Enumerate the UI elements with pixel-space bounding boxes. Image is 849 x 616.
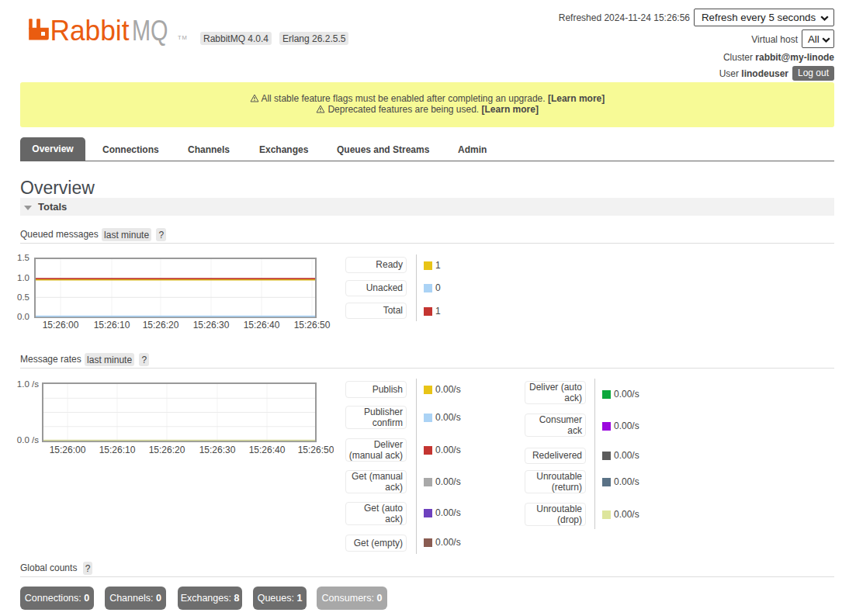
svg-text:15:26:10: 15:26:10	[99, 445, 136, 455]
svg-text:0.0 /s: 0.0 /s	[17, 435, 39, 445]
svg-text:15:26:50: 15:26:50	[294, 320, 331, 330]
svg-text:Rabbit: Rabbit	[50, 16, 130, 47]
svg-text:15:26:00: 15:26:00	[50, 445, 86, 455]
svg-text:0.0: 0.0	[17, 312, 29, 321]
svg-text:15:26:50: 15:26:50	[298, 445, 334, 455]
svg-text:15:26:40: 15:26:40	[249, 445, 286, 455]
svg-text:1.5: 1.5	[17, 253, 29, 262]
svg-text:15:26:40: 15:26:40	[244, 320, 280, 330]
svg-text:MQ: MQ	[132, 16, 168, 47]
svg-text:1.0 /s: 1.0 /s	[17, 379, 39, 389]
svg-text:15:26:20: 15:26:20	[143, 320, 179, 330]
svg-text:15:26:10: 15:26:10	[94, 320, 130, 330]
svg-text:15:26:30: 15:26:30	[193, 320, 230, 330]
svg-text:15:26:20: 15:26:20	[149, 445, 185, 455]
svg-text:15:26:30: 15:26:30	[199, 445, 236, 455]
svg-text:1.0: 1.0	[17, 273, 29, 282]
svg-text:15:26:00: 15:26:00	[43, 320, 79, 330]
svg-text:0.5: 0.5	[17, 292, 29, 302]
svg-text:TM: TM	[178, 34, 188, 41]
